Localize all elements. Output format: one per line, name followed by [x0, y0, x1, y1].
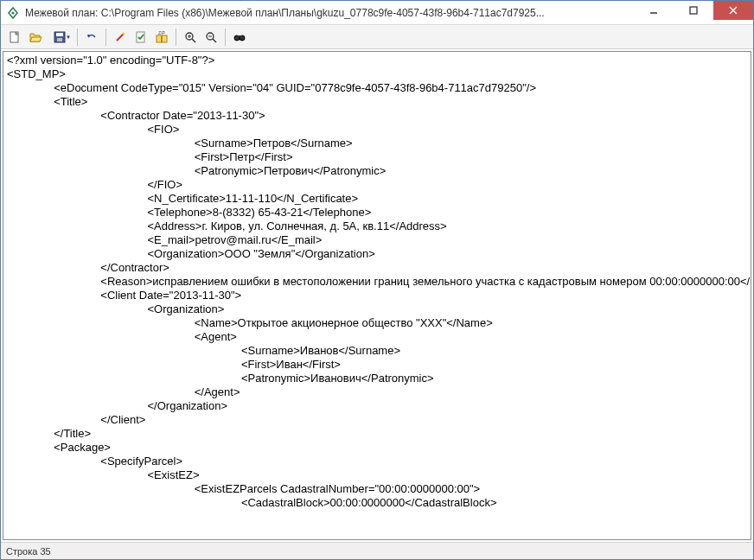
statusbar: Строка 35	[1, 542, 753, 559]
titlebar: Межевой план: C:\Program Files (x86)\Меж…	[1, 1, 753, 25]
app-icon	[6, 6, 20, 20]
zoom-out-icon	[204, 30, 218, 44]
close-icon	[729, 6, 738, 15]
maximize-button[interactable]	[674, 1, 713, 20]
save-icon	[53, 30, 67, 44]
check-button[interactable]	[131, 27, 151, 48]
status-line-label: Строка 35	[6, 546, 51, 557]
window-controls	[634, 1, 753, 24]
svg-rect-7	[56, 33, 63, 36]
svg-point-10	[123, 32, 125, 35]
zip-button[interactable]: ZIP	[151, 27, 172, 48]
maximize-icon	[689, 6, 698, 15]
minimize-button[interactable]	[634, 1, 674, 20]
wand-icon	[113, 30, 127, 44]
content-frame: <?xml version="1.0" encoding="UTF-8"?> <…	[3, 51, 751, 540]
svg-text:ZIP: ZIP	[158, 30, 165, 35]
toolbar-separator	[77, 29, 78, 46]
window-title: Межевой план: C:\Program Files (x86)\Меж…	[25, 7, 634, 19]
app-window: Межевой план: C:\Program Files (x86)\Меж…	[0, 0, 754, 560]
find-button[interactable]	[229, 27, 250, 48]
xml-editor[interactable]: <?xml version="1.0" encoding="UTF-8"?> <…	[3, 52, 751, 539]
svg-line-20	[213, 39, 216, 42]
minimize-icon	[649, 6, 658, 15]
zip-icon: ZIP	[155, 30, 169, 44]
document-check-icon	[134, 30, 148, 44]
toolbar-separator	[225, 29, 226, 46]
svg-point-0	[12, 11, 15, 14]
open-button[interactable]	[25, 27, 46, 48]
chevron-down-icon: ▼	[66, 35, 71, 40]
undo-button[interactable]	[81, 27, 102, 48]
close-button[interactable]	[713, 1, 753, 20]
svg-rect-24	[237, 35, 242, 37]
new-file-icon	[8, 30, 22, 44]
undo-icon	[85, 30, 99, 44]
wand-button[interactable]	[110, 27, 131, 48]
binoculars-icon	[233, 30, 246, 44]
svg-line-9	[117, 34, 124, 41]
svg-line-16	[192, 39, 195, 42]
toolbar-separator	[105, 29, 106, 46]
toolbar: ▼ ZIP	[1, 25, 753, 49]
open-folder-icon	[29, 30, 42, 44]
svg-rect-8	[57, 38, 62, 41]
zoom-in-button[interactable]	[180, 27, 201, 48]
save-button[interactable]: ▼	[46, 27, 73, 48]
zoom-in-icon	[183, 30, 197, 44]
svg-rect-2	[690, 7, 697, 14]
zoom-out-button[interactable]	[201, 27, 221, 48]
new-button[interactable]	[4, 27, 25, 48]
toolbar-separator	[176, 29, 176, 46]
